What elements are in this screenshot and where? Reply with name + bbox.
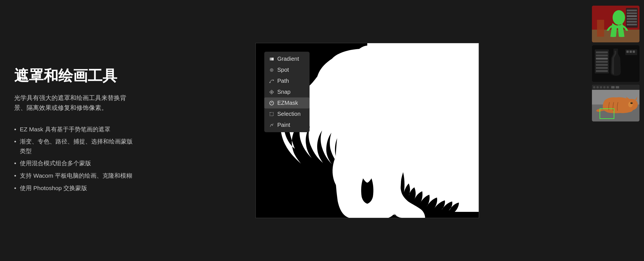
svg-point-48 xyxy=(630,102,633,104)
svg-rect-10 xyxy=(270,58,274,60)
snap-label: Snap xyxy=(277,89,291,95)
spot-icon xyxy=(269,67,274,73)
svg-point-49 xyxy=(632,103,632,103)
canvas-background: Gradient Spot xyxy=(256,43,479,218)
svg-rect-22 xyxy=(597,20,604,37)
thumb1-image xyxy=(592,6,639,42)
ezmask-icon xyxy=(269,100,274,106)
gradient-label: Gradient xyxy=(277,56,299,62)
svg-rect-41 xyxy=(626,51,629,53)
svg-rect-33 xyxy=(596,51,608,53)
menu-item-path[interactable]: Path xyxy=(264,75,310,86)
svg-rect-28 xyxy=(627,21,637,23)
thumbnail-2[interactable] xyxy=(592,45,639,82)
feature-list: EZ Mask 具有基于手势笔画的遮罩渐变、专色、路径、捕捉、选择和绘画蒙版类型… xyxy=(14,123,133,194)
menu-item-snap[interactable]: Snap xyxy=(264,86,310,97)
bullet-item-4: 使用 Photoshop 交换蒙版 xyxy=(14,182,133,194)
svg-point-53 xyxy=(600,86,602,88)
selection-label: Selection xyxy=(277,111,300,117)
menu-item-gradient[interactable]: Gradient xyxy=(264,53,310,64)
svg-rect-56 xyxy=(611,86,615,88)
svg-point-9 xyxy=(381,81,401,101)
left-panel: 遮罩和绘画工具 光学具有强大的遮罩和绘画工具来替换背景、隔离效果或修复和修饰像素… xyxy=(0,0,147,261)
bullet-item-1: 渐变、专色、路径、捕捉、选择和绘画蒙版类型 xyxy=(14,135,133,157)
right-thumbnails-panel xyxy=(587,0,644,261)
spot-label: Spot xyxy=(277,67,289,73)
thumbnail-3[interactable] xyxy=(592,85,639,121)
svg-point-54 xyxy=(603,86,606,88)
svg-point-12 xyxy=(271,69,272,71)
svg-point-55 xyxy=(607,86,609,88)
svg-point-51 xyxy=(593,86,595,88)
ezmask-label: EZMask xyxy=(277,100,298,106)
menu-item-ezmask[interactable]: EZMask xyxy=(264,97,310,108)
svg-rect-37 xyxy=(596,64,608,66)
path-icon xyxy=(269,78,274,84)
svg-point-14 xyxy=(273,80,274,81)
page-title: 遮罩和绘画工具 xyxy=(14,67,133,84)
svg-rect-25 xyxy=(627,12,637,14)
svg-rect-43 xyxy=(633,51,635,53)
svg-point-15 xyxy=(271,91,272,93)
svg-rect-36 xyxy=(596,61,608,63)
svg-rect-24 xyxy=(627,10,637,11)
tools-dropdown[interactable]: Gradient Spot xyxy=(264,52,310,132)
svg-rect-29 xyxy=(627,24,637,25)
bullet-item-2: 使用混合模式组合多个蒙版 xyxy=(14,157,133,169)
svg-rect-26 xyxy=(627,15,637,17)
svg-rect-38 xyxy=(596,67,608,69)
bullet-item-0: EZ Mask 具有基于手势笔画的遮罩 xyxy=(14,123,133,136)
svg-rect-35 xyxy=(596,58,608,60)
snap-icon xyxy=(269,89,274,95)
selection-icon xyxy=(269,111,274,117)
center-panel: Gradient Spot xyxy=(147,0,587,261)
menu-item-selection[interactable]: Selection xyxy=(264,108,310,119)
description-text: 光学具有强大的遮罩和绘画工具来替换背景、隔离效果或修复和修饰像素。 xyxy=(14,93,133,113)
path-label: Path xyxy=(277,78,289,84)
thumb2-image xyxy=(592,45,639,82)
svg-point-8 xyxy=(332,82,354,103)
canvas-container: Gradient Spot xyxy=(256,43,479,218)
svg-rect-34 xyxy=(596,55,608,56)
svg-rect-31 xyxy=(613,49,618,51)
menu-item-spot[interactable]: Spot xyxy=(264,64,310,75)
gradient-icon xyxy=(269,56,274,62)
svg-rect-42 xyxy=(630,51,632,53)
menu-item-paint[interactable]: Paint xyxy=(264,119,310,130)
paint-label: Paint xyxy=(277,122,290,128)
svg-rect-39 xyxy=(596,70,608,72)
paint-icon xyxy=(269,122,274,128)
svg-rect-17 xyxy=(270,112,273,116)
svg-point-52 xyxy=(596,86,599,88)
svg-rect-57 xyxy=(616,86,619,88)
thumb3-image xyxy=(592,85,639,121)
svg-rect-27 xyxy=(627,18,637,20)
thumbnail-1[interactable] xyxy=(592,6,639,42)
svg-point-13 xyxy=(269,82,271,83)
svg-point-21 xyxy=(613,10,625,25)
bullet-item-3: 支持 Wacom 平板电脑的绘画、克隆和模糊 xyxy=(14,169,133,182)
